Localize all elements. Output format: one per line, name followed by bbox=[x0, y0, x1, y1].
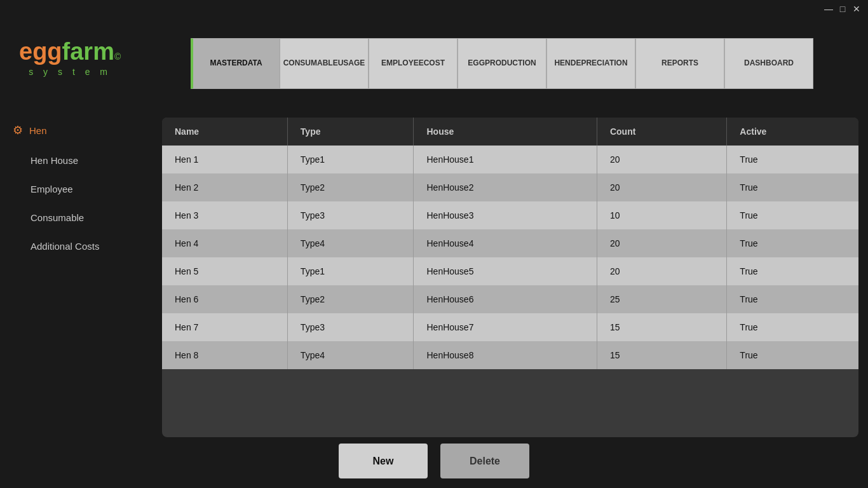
cell-count: 20 bbox=[597, 146, 726, 173]
sidebar-item-hen[interactable]: ⚙Hen bbox=[0, 114, 156, 146]
col-header-active: Active bbox=[727, 118, 858, 146]
table-row[interactable]: Hen 7Type3HenHouse715True bbox=[162, 313, 858, 341]
nav-tab-hen-depreciation[interactable]: HENDEPRECIATION bbox=[546, 38, 635, 89]
cell-house: HenHouse1 bbox=[414, 146, 597, 173]
col-header-name: Name bbox=[162, 118, 287, 146]
logo-farm: farm bbox=[62, 38, 114, 65]
nav-tab-reports[interactable]: REPORTS bbox=[635, 38, 724, 89]
sidebar-item-consumable[interactable]: Consumable bbox=[0, 203, 156, 232]
cell-house: HenHouse8 bbox=[414, 341, 597, 369]
cell-active: True bbox=[727, 257, 858, 285]
table-row[interactable]: Hen 5Type1HenHouse520True bbox=[162, 257, 858, 285]
cell-house: HenHouse7 bbox=[414, 313, 597, 341]
cell-house: HenHouse5 bbox=[414, 257, 597, 285]
table-row[interactable]: Hen 2Type2HenHouse220True bbox=[162, 173, 858, 201]
col-header-count: Count bbox=[597, 118, 726, 146]
table-row[interactable]: Hen 3Type3HenHouse310True bbox=[162, 201, 858, 229]
logo-system: s y s t e m bbox=[19, 67, 121, 77]
cell-count: 20 bbox=[597, 257, 726, 285]
nav-tab-consumable-usage[interactable]: CONSUMABLEUSAGE bbox=[280, 38, 369, 89]
cell-name: Hen 8 bbox=[162, 341, 287, 369]
cell-active: True bbox=[727, 285, 858, 313]
cell-house: HenHouse4 bbox=[414, 229, 597, 257]
sidebar-label: Employee bbox=[31, 184, 73, 194]
sidebar-label: Hen bbox=[29, 125, 47, 136]
cell-count: 10 bbox=[597, 201, 726, 229]
logo-egg: egg bbox=[19, 38, 62, 65]
title-bar: — □ ✕ bbox=[817, 0, 868, 18]
sidebar-label: Additional Costs bbox=[31, 241, 99, 252]
nav-tab-dashboard[interactable]: DASHBOARD bbox=[724, 38, 813, 89]
cell-type: Type4 bbox=[287, 341, 414, 369]
table-row[interactable]: Hen 1Type1HenHouse120True bbox=[162, 146, 858, 173]
col-header-type: Type bbox=[287, 118, 414, 146]
delete-button[interactable]: Delete bbox=[440, 444, 529, 478]
table-row[interactable]: Hen 6Type2HenHouse625True bbox=[162, 285, 858, 313]
cell-active: True bbox=[727, 146, 858, 173]
main-content: NameTypeHouseCountActive Hen 1Type1HenHo… bbox=[162, 118, 858, 437]
cell-name: Hen 6 bbox=[162, 285, 287, 313]
cell-count: 20 bbox=[597, 173, 726, 201]
sidebar-item-hen-house[interactable]: Hen House bbox=[0, 146, 156, 175]
cell-name: Hen 5 bbox=[162, 257, 287, 285]
sidebar-item-employee[interactable]: Employee bbox=[0, 175, 156, 203]
cell-count: 15 bbox=[597, 313, 726, 341]
nav-bar: MASTERDATACONSUMABLEUSAGEEMPLOYEECOSTEGG… bbox=[191, 38, 813, 89]
cell-active: True bbox=[727, 201, 858, 229]
cell-type: Type2 bbox=[287, 285, 414, 313]
cell-house: HenHouse2 bbox=[414, 173, 597, 201]
sidebar: ⚙HenHen HouseEmployeeConsumableAdditiona… bbox=[0, 108, 156, 267]
cell-active: True bbox=[727, 229, 858, 257]
table-row[interactable]: Hen 8Type4HenHouse815True bbox=[162, 341, 858, 369]
cell-count: 25 bbox=[597, 285, 726, 313]
cell-house: HenHouse3 bbox=[414, 201, 597, 229]
logo: egg farm © s y s t e m bbox=[19, 38, 121, 77]
cell-name: Hen 1 bbox=[162, 146, 287, 173]
cell-name: Hen 7 bbox=[162, 313, 287, 341]
cell-name: Hen 3 bbox=[162, 201, 287, 229]
sidebar-label: Hen House bbox=[31, 155, 78, 166]
col-header-house: House bbox=[414, 118, 597, 146]
sidebar-label: Consumable bbox=[31, 212, 84, 223]
cell-type: Type2 bbox=[287, 173, 414, 201]
nav-tab-employee-cost[interactable]: EMPLOYEECOST bbox=[369, 38, 458, 89]
cell-name: Hen 2 bbox=[162, 173, 287, 201]
cell-active: True bbox=[727, 341, 858, 369]
table-row[interactable]: Hen 4Type4HenHouse420True bbox=[162, 229, 858, 257]
sidebar-item-additional-costs[interactable]: Additional Costs bbox=[0, 232, 156, 261]
cell-type: Type1 bbox=[287, 257, 414, 285]
minimize-button[interactable]: — bbox=[822, 3, 835, 15]
cell-type: Type3 bbox=[287, 313, 414, 341]
new-button[interactable]: New bbox=[339, 444, 428, 478]
cell-name: Hen 4 bbox=[162, 229, 287, 257]
hen-table: NameTypeHouseCountActive Hen 1Type1HenHo… bbox=[162, 118, 858, 369]
cell-type: Type3 bbox=[287, 201, 414, 229]
close-button[interactable]: ✕ bbox=[850, 3, 863, 15]
buttons-area: New Delete bbox=[0, 444, 868, 478]
cell-active: True bbox=[727, 313, 858, 341]
hen-icon: ⚙ bbox=[13, 123, 23, 137]
cell-count: 15 bbox=[597, 341, 726, 369]
nav-tab-master-data[interactable]: MASTERDATA bbox=[191, 38, 280, 89]
nav-tab-egg-production[interactable]: EGGPRODUCTION bbox=[458, 38, 546, 89]
maximize-button[interactable]: □ bbox=[836, 3, 849, 15]
cell-count: 20 bbox=[597, 229, 726, 257]
cell-active: True bbox=[727, 173, 858, 201]
cell-type: Type4 bbox=[287, 229, 414, 257]
cell-house: HenHouse6 bbox=[414, 285, 597, 313]
logo-copy: © bbox=[114, 51, 121, 62]
cell-type: Type1 bbox=[287, 146, 414, 173]
